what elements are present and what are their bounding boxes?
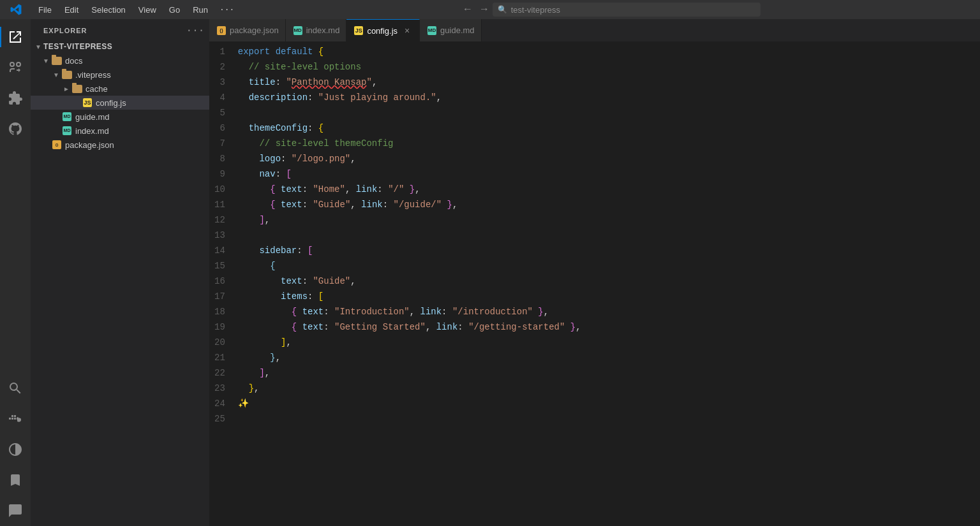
menu-more[interactable]: ··· <box>214 0 239 19</box>
activity-remote[interactable] <box>0 434 31 465</box>
tab-package-json[interactable]: {} package.json <box>209 19 286 41</box>
menu-view[interactable]: View <box>132 0 163 19</box>
sidebar: EXPLORER ··· ▼ TEST-VITEPRESS ▼ docs <box>31 19 209 526</box>
code-line-20: ], <box>238 335 980 350</box>
menu-file[interactable]: File <box>32 0 58 19</box>
code-area[interactable]: export default { // site-level options t… <box>235 41 980 526</box>
code-line-3: title: "Panthon Kansap", <box>238 75 980 90</box>
code-line-11: { text: "Guide", link: "/guide/" }, <box>238 197 980 212</box>
code-line-24: ✨ <box>238 396 980 411</box>
code-line-10: { text: "Home", link: "/" }, <box>238 182 980 197</box>
root-label: TEST-VITEPRESS <box>43 42 209 51</box>
vscode-logo <box>0 0 32 19</box>
tab-index-md[interactable]: MD index.md <box>286 19 347 41</box>
cache-arrow: ► <box>61 85 71 92</box>
activity-docker[interactable] <box>0 404 31 434</box>
sidebar-actions: ··· <box>189 24 202 37</box>
activity-search[interactable] <box>0 373 31 404</box>
tab-close-config-js[interactable]: × <box>401 25 413 36</box>
activity-extensions[interactable] <box>0 83 31 113</box>
code-line-15: { <box>238 258 980 274</box>
sidebar-more-button[interactable]: ··· <box>189 24 202 37</box>
search-bar[interactable]: 🔍 test-vitepress <box>493 3 761 17</box>
svg-rect-1 <box>11 418 13 420</box>
code-line-21: }, <box>238 350 980 365</box>
tree-item-package-json[interactable]: {} package.json <box>31 138 209 152</box>
menu-go[interactable]: Go <box>163 0 186 19</box>
code-line-8: logo: "/logo.png", <box>238 151 980 166</box>
vitepress-arrow: ▼ <box>51 71 61 78</box>
config-js-icon: JS <box>82 97 93 108</box>
sidebar-content: ▼ TEST-VITEPRESS ▼ docs ▼ <box>31 40 209 526</box>
tree-item-config-js[interactable]: JS config.js <box>31 96 209 110</box>
guide-md-label: guide.md <box>75 112 209 122</box>
activity-chat[interactable] <box>0 495 31 526</box>
code-line-14: sidebar: [ <box>238 243 980 258</box>
tab-icon-config-js: JS <box>354 26 363 35</box>
vitepress-label: .vitepress <box>75 70 209 80</box>
code-line-4: description: "Just playing around.", <box>238 90 980 105</box>
activity-explorer[interactable] <box>0 22 31 52</box>
tab-icon-package-json: {} <box>217 26 226 35</box>
nav-forward-button[interactable]: → <box>476 3 493 17</box>
cache-folder-icon <box>71 83 83 94</box>
code-line-5 <box>238 105 980 121</box>
index-md-label: index.md <box>75 126 209 136</box>
svg-rect-2 <box>14 418 16 420</box>
sidebar-header: EXPLORER ··· <box>31 19 209 40</box>
menu-run[interactable]: Run <box>186 0 214 19</box>
main-layout: EXPLORER ··· ▼ TEST-VITEPRESS ▼ docs <box>0 19 980 526</box>
tab-label-guide-md: guide.md <box>440 26 474 35</box>
code-line-18: { text: "Introduction", link: "/introduc… <box>238 304 980 319</box>
titlebar-left: File Edit Selection View Go Run ··· <box>0 0 239 19</box>
code-line-25 <box>238 411 980 427</box>
root-arrow: ▼ <box>33 43 43 50</box>
tab-label-config-js: config.js <box>367 26 397 36</box>
activity-bookmarks[interactable] <box>0 465 31 495</box>
activity-bar <box>0 19 31 526</box>
vitepress-folder-icon <box>61 69 73 80</box>
svg-rect-0 <box>9 418 11 420</box>
package-json-icon: {} <box>51 139 63 150</box>
code-line-1: export default { <box>238 44 980 59</box>
index-md-icon: MD <box>61 125 73 136</box>
tree-item-cache[interactable]: ► cache <box>31 82 209 96</box>
activity-source-control[interactable] <box>0 52 31 83</box>
tree-item-index-md[interactable]: MD index.md <box>31 124 209 138</box>
docs-label: docs <box>65 56 209 66</box>
tree-item-guide-md[interactable]: MD guide.md <box>31 110 209 124</box>
tab-icon-guide-md: MD <box>427 26 436 35</box>
code-line-17: items: [ <box>238 289 980 304</box>
code-line-6: themeConfig: { <box>238 121 980 136</box>
menu-selection[interactable]: Selection <box>85 0 131 19</box>
svg-rect-5 <box>11 415 13 417</box>
editor-content[interactable]: 12345 678910 1112131415 1617181920 21222… <box>209 41 980 526</box>
code-line-16: text: "Guide", <box>238 274 980 289</box>
code-line-12: ], <box>238 212 980 228</box>
tree-item-vitepress[interactable]: ▼ .vitepress <box>31 68 209 82</box>
tab-label-index-md: index.md <box>306 26 340 35</box>
line-numbers: 12345 678910 1112131415 1617181920 21222… <box>209 41 235 526</box>
menu-edit[interactable]: Edit <box>58 0 85 19</box>
guide-md-icon: MD <box>61 111 73 122</box>
tab-config-js[interactable]: JS config.js × <box>346 19 420 41</box>
tree-root[interactable]: ▼ TEST-VITEPRESS <box>31 40 209 54</box>
tab-label-package-json: package.json <box>230 26 279 35</box>
editor-area: {} package.json MD index.md JS config.js… <box>209 19 980 526</box>
code-line-13 <box>238 228 980 243</box>
package-json-label: package.json <box>65 140 209 150</box>
docs-folder-icon <box>51 55 63 66</box>
tree-item-docs[interactable]: ▼ docs <box>31 54 209 68</box>
search-text: test-vitepress <box>511 5 560 15</box>
docs-arrow: ▼ <box>41 57 51 64</box>
activity-github[interactable] <box>0 113 31 144</box>
search-icon: 🔍 <box>498 5 507 15</box>
code-line-23: }, <box>238 381 980 396</box>
config-js-label: config.js <box>96 98 209 108</box>
titlebar: File Edit Selection View Go Run ··· ← → … <box>0 0 980 19</box>
tab-bar: {} package.json MD index.md JS config.js… <box>209 19 980 41</box>
sidebar-title: EXPLORER <box>43 27 87 34</box>
tab-guide-md[interactable]: MD guide.md <box>420 19 481 41</box>
nav-back-button[interactable]: ← <box>459 3 476 17</box>
code-line-22: ], <box>238 365 980 381</box>
